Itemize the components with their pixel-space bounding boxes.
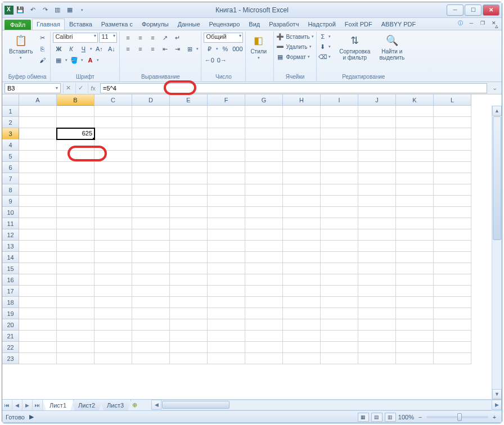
cell[interactable] <box>283 331 321 342</box>
cell[interactable] <box>245 151 283 162</box>
ribbon-tab-9[interactable]: Foxit PDF <box>340 19 377 30</box>
name-box[interactable]: B3 <box>4 83 61 93</box>
cell[interactable] <box>170 173 208 184</box>
cell[interactable] <box>358 196 396 207</box>
cell[interactable] <box>434 218 471 229</box>
cell[interactable] <box>283 162 321 173</box>
cell[interactable] <box>57 342 94 353</box>
cell[interactable] <box>170 241 208 252</box>
ribbon-tab-7[interactable]: Разработч <box>264 19 303 30</box>
row-header[interactable]: 21 <box>2 331 19 342</box>
cell[interactable] <box>170 274 208 286</box>
cell[interactable] <box>94 297 132 308</box>
cell[interactable] <box>358 117 396 128</box>
cell[interactable] <box>283 353 321 364</box>
first-sheet-button[interactable]: ⏮ <box>2 400 12 410</box>
cell[interactable] <box>283 196 321 207</box>
cell[interactable] <box>245 128 283 139</box>
cell[interactable] <box>132 308 170 319</box>
row-header[interactable]: 17 <box>2 286 19 297</box>
cell[interactable] <box>19 184 57 196</box>
cell[interactable] <box>283 173 321 184</box>
cell[interactable] <box>245 331 283 342</box>
redo-icon[interactable]: ↷ <box>40 6 50 15</box>
cell[interactable] <box>321 207 358 218</box>
cell[interactable] <box>57 218 94 229</box>
sort-filter-button[interactable]: ⇅ Сортировка и фильтр <box>336 33 374 62</box>
cell[interactable] <box>132 263 170 274</box>
undo-icon[interactable]: ↶ <box>28 6 37 15</box>
ribbon-tab-10[interactable]: ABBYY PDF <box>377 19 421 30</box>
cell[interactable] <box>358 342 396 353</box>
cell[interactable] <box>396 308 434 319</box>
cell[interactable] <box>321 151 358 162</box>
cell[interactable] <box>94 252 132 263</box>
cell[interactable] <box>245 196 283 207</box>
cell[interactable] <box>208 207 245 218</box>
cell[interactable] <box>358 106 396 117</box>
column-header[interactable]: A <box>19 94 57 106</box>
sheet-tab[interactable]: Лист3 <box>100 400 131 410</box>
column-header[interactable]: C <box>94 94 132 106</box>
cell[interactable] <box>19 331 57 342</box>
cell[interactable] <box>358 297 396 308</box>
cell[interactable] <box>283 117 321 128</box>
cell[interactable] <box>358 229 396 241</box>
cell[interactable] <box>94 218 132 229</box>
cell[interactable] <box>321 117 358 128</box>
percent-icon[interactable]: % <box>219 44 231 54</box>
cell[interactable] <box>358 184 396 196</box>
cell[interactable] <box>170 207 208 218</box>
row-header[interactable]: 23 <box>2 353 19 364</box>
cell[interactable] <box>132 139 170 151</box>
cell[interactable] <box>321 274 358 286</box>
last-sheet-button[interactable]: ⏭ <box>33 400 43 410</box>
cell[interactable] <box>396 274 434 286</box>
page-layout-view-button[interactable]: ▤ <box>371 413 382 422</box>
cell[interactable] <box>57 353 94 364</box>
select-all-corner[interactable] <box>2 94 19 106</box>
cell[interactable] <box>57 263 94 274</box>
row-header[interactable]: 15 <box>2 263 19 274</box>
cell[interactable] <box>245 117 283 128</box>
cell[interactable] <box>170 252 208 263</box>
border-icon[interactable]: ▦ <box>53 55 64 65</box>
bold-button[interactable]: Ж <box>53 44 64 54</box>
row-header[interactable]: 9 <box>2 196 19 207</box>
cell[interactable] <box>358 308 396 319</box>
font-color-icon[interactable]: A <box>84 55 96 65</box>
cell[interactable] <box>434 229 471 241</box>
row-header[interactable]: 7 <box>2 173 19 184</box>
expand-formula-bar-icon[interactable]: ⌄ <box>489 83 500 93</box>
row-header[interactable]: 13 <box>2 241 19 252</box>
sheet-tab[interactable]: Лист1 <box>43 400 74 410</box>
cell[interactable] <box>57 274 94 286</box>
cell[interactable] <box>94 196 132 207</box>
cell[interactable] <box>283 207 321 218</box>
cell[interactable] <box>245 263 283 274</box>
clear-button[interactable]: ⌫▾ <box>319 53 331 61</box>
decrease-font-icon[interactable]: A↓ <box>106 44 117 54</box>
cell[interactable] <box>132 274 170 286</box>
copy-icon[interactable]: ⎘ <box>37 44 48 54</box>
cell[interactable] <box>19 151 57 162</box>
cell[interactable] <box>245 297 283 308</box>
column-header[interactable]: F <box>208 94 245 106</box>
cell[interactable] <box>358 162 396 173</box>
cell[interactable] <box>245 353 283 364</box>
cell[interactable] <box>57 331 94 342</box>
column-header[interactable]: K <box>396 94 434 106</box>
cell[interactable] <box>434 263 471 274</box>
cell[interactable] <box>132 286 170 297</box>
macro-record-icon[interactable]: ▶ <box>29 413 34 421</box>
cell[interactable] <box>245 241 283 252</box>
cell[interactable] <box>358 263 396 274</box>
column-header[interactable]: D <box>132 94 170 106</box>
cell[interactable] <box>358 286 396 297</box>
underline-button[interactable]: Ч <box>78 44 89 54</box>
cell[interactable] <box>19 139 57 151</box>
column-header[interactable]: B <box>57 94 94 106</box>
zoom-slider[interactable] <box>426 416 488 418</box>
cell[interactable] <box>208 117 245 128</box>
ribbon-tab-8[interactable]: Надстрой <box>303 19 340 30</box>
